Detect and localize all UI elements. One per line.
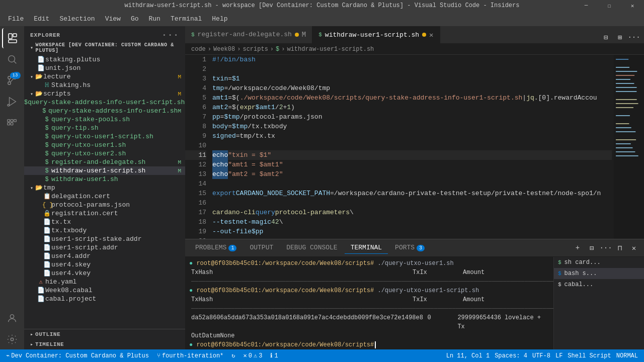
sidebar-item-cabal-project[interactable]: 📄 cabal.project — [24, 295, 185, 303]
svg-rect-0 — [9, 34, 12, 39]
tab-problems[interactable]: PROBLEMS1 — [189, 242, 243, 254]
sidebar-item-staking-plutus[interactable]: 📄 staking.plutus — [24, 55, 185, 64]
terminal-sh-card[interactable]: $ sh card... — [554, 257, 644, 268]
sidebar-item-user4-vkey[interactable]: 📄 user4.vkey — [24, 269, 185, 278]
terminal-line-3: ● root@6f03b6b45c01:/workspace/code/Week… — [189, 286, 549, 295]
more-actions-icon[interactable]: ··· — [628, 31, 640, 43]
code-editor[interactable]: 1 2 3 4 5 6 7 8 9 10 11 12 13 14 15 16 1 — [185, 55, 614, 239]
terminal-bash-s[interactable]: $ bash s... — [554, 268, 644, 279]
sidebar-item-user1-script-stake-addr[interactable]: 📄 user1-script-stake.addr — [24, 235, 185, 243]
status-sync[interactable]: ↻ — [229, 349, 237, 362]
sidebar-item-withdraw-user1[interactable]: $ withdraw-user1.sh — [24, 175, 185, 184]
close-terminal-icon[interactable]: ✕ — [628, 242, 640, 254]
minimize-button[interactable]: ─ — [575, 0, 598, 11]
sidebar-item-query-utxo-user1-script[interactable]: $ query-utxo-user1-script.sh — [24, 132, 185, 141]
sidebar-item-lecture[interactable]: ▾ 📂 lecture M — [24, 72, 185, 81]
status-encoding[interactable]: UTF-8 — [530, 352, 552, 359]
new-terminal-icon[interactable]: + — [572, 242, 584, 254]
sidebar-item-query-stake-user1[interactable]: $ query-stake-address-info-user1.sh M — [24, 107, 185, 115]
sidebar-item-user4-addr[interactable]: 📄 user4.addr — [24, 252, 185, 260]
sidebar-item-week08-cabal[interactable]: 📄 Week08.cabal — [24, 286, 185, 295]
file-icon: 📄 — [42, 244, 51, 251]
sidebar-item-unit-json[interactable]: 📄 unit.json — [24, 64, 185, 72]
sidebar-item-hie-yaml[interactable]: ⚠ hie.yaml — [24, 278, 185, 286]
menu-go[interactable]: Go — [127, 14, 143, 24]
menu-run[interactable]: Run — [144, 14, 164, 24]
sidebar-item-query-utxo-user1[interactable]: $ query-utxo-user1.sh — [24, 141, 185, 149]
status-spaces[interactable]: Spaces: 4 — [493, 352, 529, 359]
tab-debug-console[interactable]: DEBUG CONSOLE — [280, 242, 343, 254]
workspace-header[interactable]: ▾ WORKSPACE [DEV CONTAINER: CUSTOM CARDA… — [24, 42, 185, 55]
tab-close-icon[interactable]: ✕ — [429, 31, 433, 39]
sidebar-item-tx-tx[interactable]: 📄 tx.tx — [24, 218, 185, 226]
status-branch[interactable]: ⑂ fourth-iteration* — [155, 349, 225, 362]
more-actions-icon[interactable]: ··· — [162, 30, 179, 40]
menu-selection[interactable]: Selection — [55, 14, 99, 24]
menu-terminal[interactable]: Terminal — [167, 14, 206, 24]
maximize-terminal-icon[interactable]: ⊓ — [614, 242, 626, 254]
more-terminal-icon[interactable]: ··· — [600, 242, 612, 254]
settings-icon[interactable] — [2, 329, 22, 349]
tab-label: register-and-delegate.sh — [198, 31, 292, 38]
status-vim-mode[interactable]: NORMAL — [614, 352, 640, 359]
sidebar-item-query-stake-script[interactable]: $ query-stake-address-info-user1-script.… — [24, 98, 185, 107]
status-info[interactable]: ℹ 1 — [268, 349, 280, 362]
menu-edit[interactable]: Edit — [30, 14, 53, 24]
status-language[interactable]: Shell Script — [566, 352, 613, 359]
account-icon[interactable] — [2, 308, 22, 328]
sidebar-item-registration-cert[interactable]: 🔒 registration.cert — [24, 209, 185, 218]
run-debug-icon[interactable] — [2, 92, 22, 112]
extensions-icon[interactable] — [2, 113, 22, 133]
sidebar-item-tx-txbody[interactable]: 📄 tx.txbody — [24, 226, 185, 235]
breadcrumb-dollar[interactable]: $ — [276, 46, 279, 53]
status-line-ending[interactable]: LF — [553, 352, 565, 359]
sidebar-item-register-delegate[interactable]: $ register-and-delegate.sh M — [24, 158, 185, 166]
explorer-icon[interactable] — [2, 28, 22, 48]
line-ending-label: LF — [555, 352, 562, 359]
sidebar-item-query-tip[interactable]: $ query-tip.sh — [24, 124, 185, 132]
breadcrumb-week08[interactable]: Week08 — [213, 46, 235, 53]
sidebar-outline[interactable]: ▸ OUTLINE — [24, 329, 185, 339]
sidebar-item-query-stake-pools[interactable]: $ query-stake-pools.sh — [24, 115, 185, 124]
sidebar-item-protocol-params[interactable]: { } protocol-params.json — [24, 201, 185, 209]
sidebar-item-scripts[interactable]: ▾ 📂 scripts M — [24, 89, 185, 98]
tab-output[interactable]: OUTPUT — [244, 242, 279, 254]
breadcrumb-code[interactable]: code — [191, 46, 206, 53]
tab-register-delegate[interactable]: $ register-and-delegate.sh M — [185, 26, 312, 43]
menu-help[interactable]: Help — [208, 14, 231, 24]
menu-view[interactable]: View — [101, 14, 125, 24]
tab-withdraw-user1-script[interactable]: $ withdraw-user1-script.sh ✕ — [312, 26, 440, 43]
sidebar-item-user4-skey[interactable]: 📄 user4.skey — [24, 260, 185, 269]
sidebar-item-withdraw-user1-script[interactable]: $ withdraw-user1-script.sh M — [24, 166, 185, 175]
terminal-content[interactable]: ● root@6f03b6b45c01:/workspace/code/Week… — [185, 257, 553, 349]
tab-ports[interactable]: PORTS3 — [389, 242, 431, 254]
explorer-label: EXPLORER — [30, 32, 60, 38]
tab-close-icon[interactable]: M — [302, 31, 306, 39]
terminal-cabal[interactable]: $ cabal... — [554, 279, 644, 290]
layout-icon[interactable]: ⊞ — [614, 31, 626, 43]
sidebar-item-staking-hs[interactable]: ℍ Staking.hs — [24, 81, 185, 89]
breadcrumb-scripts[interactable]: scripts — [243, 46, 268, 53]
file-icon: 📄 — [36, 287, 45, 294]
status-cursor-pos[interactable]: Ln 11, Col 1 — [444, 352, 492, 359]
sidebar-timeline[interactable]: ▸ TIMELINE — [24, 339, 185, 349]
sidebar-item-query-utxo-user2[interactable]: $ query-utxo-user2.sh — [24, 149, 185, 158]
menu-file[interactable]: File — [4, 14, 28, 24]
sidebar-item-user1-script-addr[interactable]: 📄 user1-script.addr — [24, 243, 185, 252]
restore-button[interactable]: ☐ — [598, 0, 621, 11]
tab-terminal[interactable]: TERMINAL — [345, 242, 388, 254]
sidebar-item-delegation-cert[interactable]: 📋 delegation.cert — [24, 192, 185, 201]
status-remote-container[interactable]: ⌁ Dev Container: Custom Cardano & Plutus — [4, 349, 151, 362]
split-terminal-icon[interactable]: ⊟ — [586, 242, 598, 254]
sidebar-item-tmp[interactable]: ▾ 📂 tmp — [24, 184, 185, 192]
breadcrumb-filename[interactable]: withdraw-user1-script.sh — [287, 46, 374, 53]
close-button[interactable]: ✕ — [621, 0, 644, 11]
search-icon[interactable] — [2, 49, 22, 69]
outline-label: OUTLINE — [35, 331, 60, 337]
code-line-14 — [212, 179, 612, 189]
status-errors[interactable]: ✕ 0 ⚠ 3 — [242, 349, 265, 362]
split-editor-icon[interactable]: ⊟ — [600, 31, 612, 43]
encoding-label: UTF-8 — [532, 352, 550, 359]
code-content[interactable]: #!/bin/bash txin=$1 tmp=/workspace/code/… — [210, 55, 614, 239]
source-control-icon[interactable]: 13 — [2, 70, 22, 90]
